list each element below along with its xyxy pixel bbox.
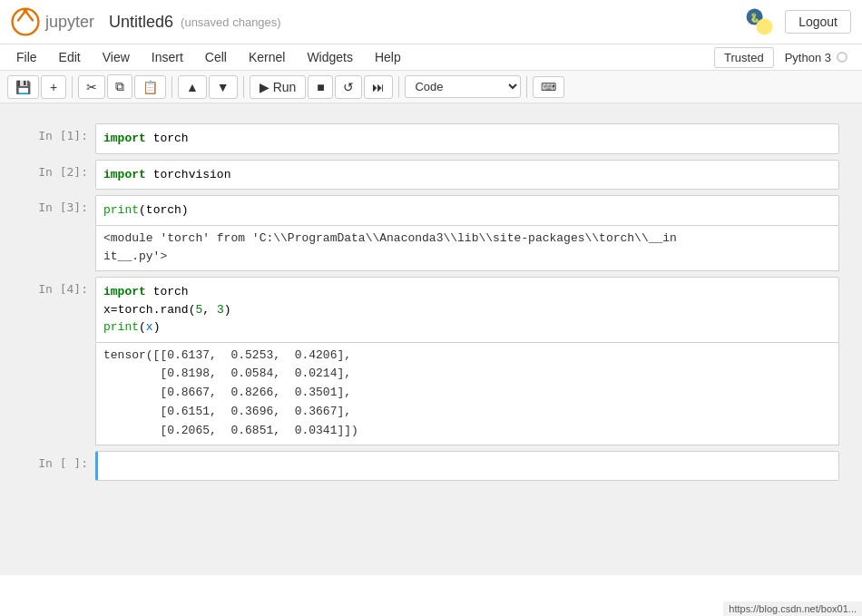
menu-view[interactable]: View — [93, 46, 139, 68]
kernel-name: Python 3 — [785, 51, 831, 64]
cell-5: In [ ]: — [23, 451, 839, 482]
cell-5-content — [95, 451, 839, 482]
add-cell-button[interactable]: + — [41, 75, 66, 99]
interrupt-button[interactable]: ■ — [308, 75, 333, 99]
jupyter-brand-text: jupyter — [45, 13, 94, 32]
restart-run-button[interactable]: ⏭ — [364, 75, 393, 99]
kernel-status: Python 3 — [778, 51, 855, 64]
cell-3-content: print(torch) <module 'torch' from 'C:\\P… — [95, 195, 839, 271]
logout-button[interactable]: Logout — [785, 10, 851, 34]
cell-2-prompt: In [2]: — [23, 160, 95, 179]
svg-point-3 — [24, 9, 28, 14]
var-x: x — [103, 303, 111, 317]
cell-type-dropdown[interactable]: Code Markdown Raw NBConvert Heading — [405, 75, 521, 98]
cell-4-output: tensor([[0.6137, 0.5253, 0.4206], [0.819… — [95, 343, 839, 445]
cell-5-prompt: In [ ]: — [23, 451, 95, 470]
cell-5-input[interactable] — [95, 451, 839, 482]
keyword-import: import — [103, 132, 146, 145]
toolbar: 💾 + ✂ ⧉ 📋 ▲ ▼ ▶ Run ■ ↺ ⏭ Code Markdown … — [0, 71, 862, 103]
module-torch-2: torch — [153, 285, 189, 298]
menu-help[interactable]: Help — [366, 46, 410, 68]
cell-1: In [1]: import torch — [23, 123, 839, 154]
cell-3: In [3]: print(torch) <module 'torch' fro… — [23, 195, 839, 271]
cell-4-input[interactable]: import torch x=torch.rand(5, 3) print(x) — [95, 277, 839, 343]
header-right-area: 🐍 Logout — [743, 5, 851, 38]
toolbar-separator-1 — [72, 76, 73, 98]
copy-cell-button[interactable]: ⧉ — [107, 74, 132, 99]
fn-print: print — [103, 203, 139, 217]
toolbar-separator-4 — [398, 76, 399, 98]
cell-4-prompt: In [4]: — [23, 277, 95, 296]
svg-text:🐍: 🐍 — [749, 12, 761, 24]
menu-widgets[interactable]: Widgets — [298, 46, 362, 68]
menu-file[interactable]: File — [7, 46, 46, 68]
move-down-button[interactable]: ▼ — [209, 75, 238, 99]
keyboard-shortcuts-button[interactable]: ⌨ — [533, 76, 564, 98]
toolbar-separator-2 — [171, 76, 172, 98]
run-label: Run — [273, 80, 297, 94]
module-torch: torch — [153, 132, 189, 145]
cell-2-input[interactable]: import torchvision — [95, 160, 839, 191]
run-icon: ▶ — [260, 80, 269, 94]
unsaved-changes-indicator: (unsaved changes) — [181, 15, 281, 29]
toolbar-separator-5 — [526, 76, 527, 98]
fn-rand: torch.rand — [118, 303, 189, 317]
menu-kernel[interactable]: Kernel — [240, 46, 294, 68]
fn-print-2: print — [103, 320, 139, 334]
cell-2: In [2]: import torchvision — [23, 160, 839, 191]
cell-1-prompt: In [1]: — [23, 123, 95, 142]
module-torchvision: torchvision — [153, 168, 231, 181]
cell-4-content: import torch x=torch.rand(5, 3) print(x)… — [95, 277, 839, 445]
cell-4: In [4]: import torch x=torch.rand(5, 3) … — [23, 277, 839, 445]
menu-edit[interactable]: Edit — [50, 46, 90, 68]
menu-cell[interactable]: Cell — [196, 46, 236, 68]
keyword-import-3: import — [103, 285, 146, 298]
run-button[interactable]: ▶ Run — [250, 75, 307, 99]
cell-1-input[interactable]: import torch — [95, 123, 839, 154]
jupyter-logo-icon — [11, 7, 40, 36]
notebook-title[interactable]: Untitled6 — [109, 13, 173, 32]
cell-1-content: import torch — [95, 123, 839, 154]
cell-3-output: <module 'torch' from 'C:\\ProgramData\\A… — [95, 226, 839, 272]
num-5: 5 — [195, 303, 202, 317]
restart-button[interactable]: ↺ — [335, 75, 362, 99]
jupyter-logo-area: jupyter — [11, 7, 94, 36]
header: jupyter Untitled6 (unsaved changes) 🐍 Lo… — [0, 0, 862, 44]
num-3: 3 — [217, 303, 224, 317]
cell-2-content: import torchvision — [95, 160, 839, 191]
arg-torch: torch — [146, 203, 181, 217]
paste-cell-button[interactable]: 📋 — [134, 75, 166, 99]
cut-cell-button[interactable]: ✂ — [78, 75, 105, 99]
move-up-button[interactable]: ▲ — [178, 75, 207, 99]
trusted-button[interactable]: Trusted — [714, 47, 774, 68]
save-button[interactable]: 💾 — [7, 75, 39, 99]
python-logo-icon: 🐍 — [743, 5, 776, 38]
menu-insert[interactable]: Insert — [142, 46, 192, 68]
notebook-area: In [1]: import torch In [2]: import torc… — [0, 103, 862, 575]
var-x-ref: x — [146, 320, 153, 334]
cell-3-prompt: In [3]: — [23, 195, 95, 214]
keyword-import-2: import — [103, 168, 146, 181]
kernel-status-circle — [837, 52, 847, 63]
menubar: File Edit View Insert Cell Kernel Widget… — [0, 44, 862, 71]
toolbar-separator-3 — [243, 76, 244, 98]
cell-3-input[interactable]: print(torch) — [95, 195, 839, 226]
